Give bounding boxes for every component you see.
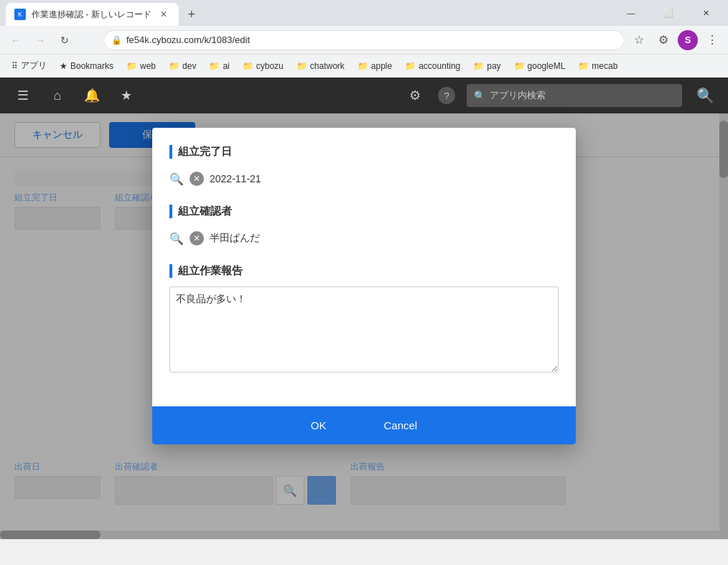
confirmer-value: 半田ぱんだ [210, 232, 260, 245]
notification-bell-icon[interactable]: 🔔 [80, 84, 103, 107]
bookmark-bookmarks-label: Bookmarks [70, 61, 113, 71]
assembly-date-field: 🔍 ✕ 2022-11-21 [169, 167, 559, 190]
bookmark-dev[interactable]: 📁 dev [163, 59, 202, 73]
assembly-date-search-icon[interactable]: 🔍 [169, 172, 184, 186]
bookmark-pay[interactable]: 📁 pay [467, 59, 506, 73]
close-button[interactable]: ✕ [689, 2, 722, 24]
app-search-bar[interactable]: 🔍 アプリ内検索 [467, 84, 682, 107]
help-icon[interactable]: ? [438, 87, 455, 104]
refresh-button[interactable]: ↻ [55, 30, 75, 50]
bookmark-accounting-label: accounting [419, 61, 460, 71]
dialog-cancel-button[interactable]: Cancel [369, 416, 431, 434]
dialog-body: 組立完了日 🔍 ✕ 2022-11-21 組立確認者 🔍 ✕ [152, 128, 576, 406]
bookmark-chatwork-label: chatwork [310, 61, 345, 71]
apps-grid-icon: ⠿ [11, 61, 18, 71]
bookmark-folder-icon-web: 📁 [126, 61, 137, 71]
bookmark-cybozu[interactable]: 📁 cybozu [237, 59, 289, 73]
bookmark-apple[interactable]: 📁 apple [352, 59, 398, 73]
report-title: 組立作業報告 [169, 264, 559, 278]
dialog-footer: OK Cancel [152, 406, 576, 444]
assembly-date-clear-icon[interactable]: ✕ [190, 172, 204, 186]
bookmark-star-button[interactable]: ☆ [629, 30, 649, 50]
bookmark-folder-icon-dev: 📁 [169, 61, 179, 71]
bookmark-accounting[interactable]: 📁 accounting [399, 59, 466, 73]
tab-close-button[interactable]: ✕ [157, 8, 170, 21]
tab-title: 作業進捗確認 - 新しいレコード [32, 9, 151, 21]
dialog-ok-button[interactable]: OK [297, 416, 341, 434]
bookmark-pay-label: pay [487, 61, 500, 71]
bookmark-bookmarks[interactable]: ★ Bookmarks [54, 59, 119, 73]
search-placeholder-text: アプリ内検索 [490, 89, 546, 102]
bookmark-ai[interactable]: 📁 ai [203, 59, 235, 73]
back-button[interactable]: ← [6, 30, 26, 50]
bookmark-folder-icon-ai: 📁 [209, 61, 220, 71]
confirmer-title: 組立確認者 [169, 205, 559, 218]
bookmark-folder-icon-googleml: 📁 [514, 61, 525, 71]
bookmark-cybozu-label: cybozu [256, 61, 284, 71]
confirmer-search-icon[interactable]: 🔍 [169, 232, 184, 246]
modal-overlay: 組立完了日 🔍 ✕ 2022-11-21 組立確認者 🔍 ✕ [0, 113, 728, 539]
assembly-date-section: 組立完了日 🔍 ✕ 2022-11-21 [169, 145, 559, 190]
page-body: キャンセル 保存 組立完了日 組立確認者 [0, 113, 728, 539]
report-textarea[interactable]: 不良品が多い！ [169, 286, 559, 373]
bookmark-ai-label: ai [223, 61, 229, 71]
maximize-button[interactable]: ⬜ [652, 2, 685, 24]
bookmark-apple-label: apple [371, 61, 392, 71]
bookmark-googleml-label: googleML [528, 61, 566, 71]
bookmark-mecab-label: mecab [592, 61, 617, 71]
app-header: ☰ ⌂ 🔔 ★ ⚙ ? 🔍 アプリ内検索 🔍 [0, 78, 728, 113]
extension-button[interactable]: ⚙ [653, 30, 673, 50]
bookmark-folder-icon-pay: 📁 [473, 61, 484, 71]
bookmarks-bar: ⠿ アプリ ★ Bookmarks 📁 web 📁 dev 📁 ai 📁 cyb… [0, 55, 728, 78]
minimize-button[interactable]: — [615, 2, 648, 24]
bookmark-folder-icon-apple: 📁 [358, 61, 368, 71]
report-section: 組立作業報告 不良品が多い！ [169, 264, 559, 375]
bookmark-mecab[interactable]: 📁 mecab [572, 59, 623, 73]
confirmer-field: 🔍 ✕ 半田ぱんだ [169, 227, 559, 250]
bookmark-chatwork[interactable]: 📁 chatwork [291, 59, 350, 73]
window-controls: — ⬜ ✕ [615, 2, 722, 24]
settings-gear-icon[interactable]: ⚙ [403, 84, 426, 107]
assembly-date-value: 2022-11-21 [210, 173, 261, 185]
forward-button[interactable]: → [30, 30, 50, 50]
bookmark-star-icon: ★ [60, 61, 67, 71]
dialog: 組立完了日 🔍 ✕ 2022-11-21 組立確認者 🔍 ✕ [152, 128, 576, 444]
bookmark-googleml[interactable]: 📁 googleML [508, 59, 571, 73]
bookmark-web-label: web [140, 61, 156, 71]
search-icon: 🔍 [474, 90, 485, 101]
assembly-date-title: 組立完了日 [169, 145, 559, 159]
favorite-star-icon[interactable]: ★ [115, 84, 138, 107]
bookmark-folder-icon-chatwork: 📁 [297, 61, 307, 71]
address-bar: ← → ↻ 🔒 fe54k.cybozu.com/k/1083/edit ☆ ⚙… [0, 26, 728, 55]
browser-menu-button[interactable]: ⋮ [702, 30, 722, 50]
new-tab-button[interactable]: + [182, 4, 202, 24]
apps-button[interactable]: ⠿ アプリ [6, 57, 52, 74]
app-content-area: ☰ ⌂ 🔔 ★ ⚙ ? 🔍 アプリ内検索 🔍 キャンセル 保存 組立完了日 [0, 78, 728, 539]
hamburger-menu-icon[interactable]: ☰ [11, 84, 34, 107]
apps-label: アプリ [21, 60, 47, 72]
confirmer-section: 組立確認者 🔍 ✕ 半田ぱんだ [169, 205, 559, 250]
bookmark-web[interactable]: 📁 web [121, 59, 162, 73]
profile-button[interactable]: S [678, 30, 698, 50]
active-tab[interactable]: K 作業進捗確認 - 新しいレコード ✕ [6, 3, 179, 26]
tab-favicon: K [14, 9, 26, 20]
browser-titlebar: K 作業進捗確認 - 新しいレコード ✕ + — ⬜ ✕ [0, 0, 728, 26]
bookmark-folder-icon-mecab: 📁 [578, 61, 589, 71]
home-nav-icon[interactable]: ⌂ [46, 84, 69, 107]
url-bar[interactable]: 🔒 fe54k.cybozu.com/k/1083/edit [103, 30, 625, 50]
bookmark-folder-icon-accounting: 📁 [405, 61, 416, 71]
bookmark-folder-icon-cybozu: 📁 [243, 61, 253, 71]
confirmer-clear-icon[interactable]: ✕ [190, 231, 204, 246]
home-button[interactable] [79, 30, 99, 50]
search-button[interactable]: 🔍 [694, 84, 717, 107]
lock-icon: 🔒 [111, 35, 122, 45]
bookmark-dev-label: dev [182, 61, 196, 71]
url-text: fe54k.cybozu.com/k/1083/edit [126, 34, 617, 45]
